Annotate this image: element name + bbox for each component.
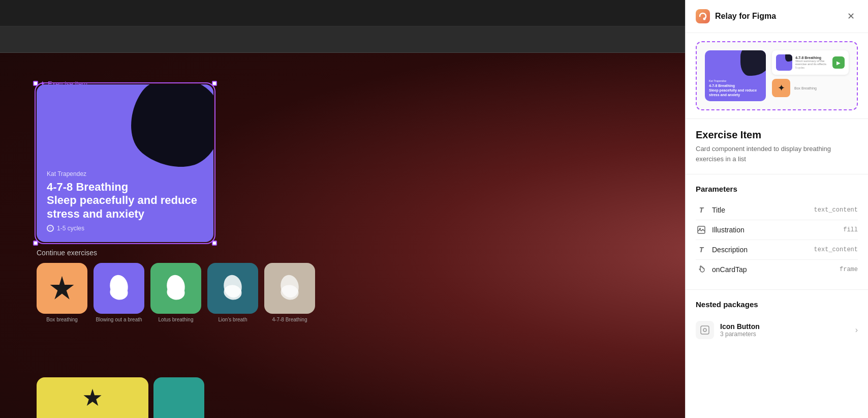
exercise-thumb-478 bbox=[264, 263, 315, 314]
list-item[interactable]: Box breathing bbox=[37, 263, 87, 322]
preview-star-card: ✦ bbox=[772, 79, 790, 97]
card-author: Kat Trapendez bbox=[47, 170, 203, 177]
exercise-card-main[interactable]: Kat Trapendez 4-7-8 Breathing Sleep peac… bbox=[37, 84, 213, 242]
continue-title: Continue exercises bbox=[37, 249, 315, 257]
preview-star-icon: ✦ bbox=[778, 82, 785, 94]
preview-mini-blob bbox=[785, 54, 792, 62]
param-type-oncardtap: frame bbox=[840, 266, 858, 273]
svg-point-11 bbox=[703, 18, 706, 20]
param-icon-image bbox=[696, 224, 707, 235]
param-row-illustration: Illustration fill bbox=[696, 220, 858, 240]
preview-bottom-row: ✦ Box Breathing bbox=[772, 79, 849, 97]
nested-item-icon-button[interactable]: Icon Button 3 parameters › bbox=[696, 316, 858, 344]
panel-close-button[interactable]: ✕ bbox=[844, 9, 858, 23]
preview-item-desc: Short summary of the exercise and its ef… bbox=[795, 59, 829, 66]
param-row-title: T Title text_content bbox=[696, 200, 858, 220]
param-type-title: text_content bbox=[814, 206, 858, 214]
bottom-cards bbox=[37, 377, 204, 418]
param-name-description: Description bbox=[712, 246, 748, 254]
list-item[interactable]: 4-7-8 Breathing bbox=[264, 263, 315, 322]
close-icon: ✕ bbox=[847, 11, 855, 22]
param-left: onCardTap bbox=[696, 264, 747, 275]
nested-item-icon bbox=[696, 321, 714, 339]
exercise-thumb-lotus bbox=[150, 263, 201, 314]
param-row-description: T Description text_content bbox=[696, 240, 858, 260]
chevron-right-icon: › bbox=[855, 325, 858, 335]
exercise-label: 4-7-8 Breathing bbox=[272, 317, 307, 322]
exercise-label: Lotus breathing bbox=[159, 317, 194, 322]
preview-card-text: Kat Trapendez 4-7-8 Breathing Sleep peac… bbox=[709, 79, 757, 97]
nested-item-params: 3 parameters bbox=[720, 331, 849, 338]
exercise-thumb-lion bbox=[207, 263, 258, 314]
exercise-items-row: Box breathing Blowing out a breath bbox=[37, 263, 315, 322]
panel-title: Relay for Figma bbox=[715, 12, 776, 21]
nested-packages-title: Nested packages bbox=[696, 300, 858, 309]
card-cycles: ⏱ 1-5 cycles bbox=[47, 225, 203, 232]
param-row-oncardtap: onCardTap frame bbox=[696, 260, 858, 279]
exercise-label: Lion's breath bbox=[219, 317, 247, 322]
panel-title-row: Relay for Figma bbox=[696, 9, 776, 23]
param-name-oncardtap: onCardTap bbox=[712, 265, 747, 274]
resize-handle-br[interactable] bbox=[212, 241, 217, 246]
exercise-thumb-blow bbox=[94, 263, 144, 314]
panel-preview: Kat Trapendez 4-7-8 Breathing Sleep peac… bbox=[686, 33, 868, 119]
nested-item-info: Icon Button 3 parameters bbox=[720, 322, 849, 338]
component-name: Exercise Item bbox=[696, 129, 858, 141]
param-left: T Title bbox=[696, 204, 725, 216]
param-type-description: text_content bbox=[814, 246, 858, 253]
param-name-illustration: Illustration bbox=[712, 226, 745, 234]
preview-right-column: 4-7-8 Breathing Short summary of the exe… bbox=[772, 50, 849, 97]
preview-item-texts: 4-7-8 Breathing Short summary of the exe… bbox=[795, 56, 829, 69]
svg-point-15 bbox=[703, 329, 706, 332]
card-title: 4-7-8 Breathing Sleep peacefully and red… bbox=[47, 181, 203, 221]
preview-main-card: Kat Trapendez 4-7-8 Breathing Sleep peac… bbox=[705, 50, 766, 101]
bottom-card-teal bbox=[153, 377, 204, 418]
parameters-section: Parameters T Title text_content Illustra… bbox=[686, 174, 868, 290]
component-description: Card component intended to display breat… bbox=[696, 144, 858, 164]
param-icon-text: T bbox=[696, 204, 707, 216]
svg-rect-14 bbox=[701, 326, 709, 334]
panel-header: Relay for Figma ✕ bbox=[686, 0, 868, 33]
relay-panel: Relay for Figma ✕ Kat Trapendez 4-7-8 Br… bbox=[685, 0, 868, 418]
preview-item-card: 4-7-8 Breathing Short summary of the exe… bbox=[772, 50, 849, 75]
continue-section: Continue exercises Box breathing bbox=[37, 249, 315, 322]
exercise-thumb-box bbox=[37, 263, 87, 314]
component-info: Exercise Item Card component intended to… bbox=[686, 119, 868, 174]
relay-logo bbox=[696, 9, 710, 23]
param-left: Illustration bbox=[696, 224, 745, 235]
parameters-title: Parameters bbox=[696, 185, 858, 193]
nested-item-name: Icon Button bbox=[720, 322, 849, 331]
param-icon-text2: T bbox=[696, 244, 707, 255]
preview-box-label: Box Breathing bbox=[794, 86, 817, 90]
preview-blob bbox=[740, 50, 766, 76]
param-left: T Description bbox=[696, 244, 748, 255]
exercise-label: Box breathing bbox=[46, 317, 78, 322]
param-icon-tap bbox=[696, 264, 707, 275]
list-item[interactable]: Blowing out a breath bbox=[94, 263, 144, 322]
list-item[interactable]: Lion's breath bbox=[207, 263, 258, 322]
resize-handle-tl[interactable] bbox=[33, 81, 38, 86]
param-name-title: Title bbox=[712, 206, 725, 214]
component-preview-box: Kat Trapendez 4-7-8 Breathing Sleep peac… bbox=[696, 41, 858, 110]
bottom-card-yellow bbox=[37, 377, 148, 418]
param-type-illustration: fill bbox=[843, 226, 858, 233]
preview-item-mini-thumb bbox=[776, 54, 792, 71]
resize-handle-bl[interactable] bbox=[33, 241, 38, 246]
nested-packages-section: Nested packages Icon Button 3 parameters… bbox=[686, 290, 868, 354]
exercise-label: Blowing out a breath bbox=[96, 317, 142, 322]
list-item[interactable]: Lotus breathing bbox=[150, 263, 201, 322]
preview-item-button: ▶ bbox=[832, 56, 845, 69]
preview-item-title: 4-7-8 Breathing bbox=[795, 56, 829, 59]
